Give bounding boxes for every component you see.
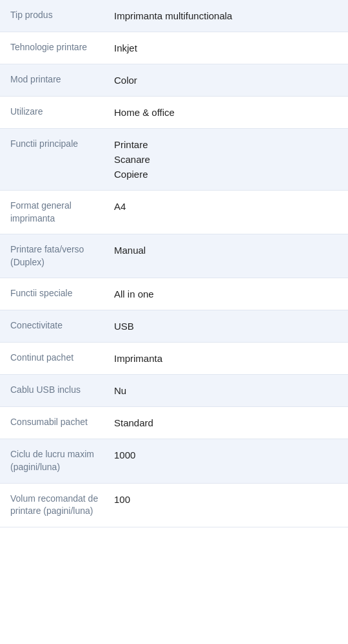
cell-label-consumabil-pachet: Consumabil pachet (0, 407, 106, 439)
cell-value-mod-printare: Color (106, 64, 348, 96)
table-row: Functii principalePrintareScanareCopiere (0, 129, 348, 191)
cell-label-functii-speciale: Functii speciale (0, 278, 106, 310)
cell-value-functii-speciale: All in one (106, 278, 348, 310)
specs-table: Tip produsImprimanta multifunctionalaTeh… (0, 0, 348, 527)
table-row: Consumabil pachetStandard (0, 407, 348, 439)
cell-label-ciclu-lucru: Ciclu de lucru maxim (pagini/luna) (0, 439, 106, 482)
cell-label-functii-principale: Functii principale (0, 129, 106, 190)
table-row: ConectivitateUSB (0, 310, 348, 343)
cell-value-ciclu-lucru: 1000 (106, 439, 348, 482)
cell-value-printare-duplex: Manual (106, 234, 348, 278)
cell-label-mod-printare: Mod printare (0, 64, 106, 96)
table-row: UtilizareHome & office (0, 97, 348, 129)
table-row: Format general imprimantaA4 (0, 191, 348, 234)
cell-value-consumabil-pachet: Standard (106, 407, 348, 439)
cell-value-functii-principale: PrintareScanareCopiere (106, 129, 348, 190)
table-row: Printare fata/verso (Duplex)Manual (0, 234, 348, 278)
cell-label-volum-recomandat: Volum recomandat de printare (pagini/lun… (0, 484, 106, 527)
cell-value-volum-recomandat: 100 (106, 484, 348, 527)
cell-label-utilizare: Utilizare (0, 97, 106, 128)
cell-value-conectivitate: USB (106, 310, 348, 342)
table-row: Cablu USB inclusNu (0, 375, 348, 407)
cell-label-printare-duplex: Printare fata/verso (Duplex) (0, 234, 106, 278)
cell-value-continut-pachet: Imprimanta (106, 343, 348, 374)
table-row: Ciclu de lucru maxim (pagini/luna)1000 (0, 439, 348, 483)
cell-label-format-general: Format general imprimanta (0, 191, 106, 234)
cell-value-format-general: A4 (106, 191, 348, 234)
cell-label-continut-pachet: Continut pachet (0, 343, 106, 374)
table-row: Continut pachetImprimanta (0, 343, 348, 375)
table-row: Tip produsImprimanta multifunctionala (0, 0, 348, 32)
table-row: Functii specialeAll in one (0, 278, 348, 310)
table-row: Mod printareColor (0, 64, 348, 97)
cell-label-tehnologie-printare: Tehnologie printare (0, 32, 106, 64)
cell-value-tip-produs: Imprimanta multifunctionala (106, 0, 348, 32)
cell-label-tip-produs: Tip produs (0, 0, 106, 32)
cell-label-cablu-usb: Cablu USB inclus (0, 375, 106, 406)
cell-value-utilizare: Home & office (106, 97, 348, 128)
cell-label-conectivitate: Conectivitate (0, 310, 106, 342)
cell-value-cablu-usb: Nu (106, 375, 348, 406)
table-row: Volum recomandat de printare (pagini/lun… (0, 484, 348, 527)
table-row: Tehnologie printareInkjet (0, 32, 348, 64)
cell-value-tehnologie-printare: Inkjet (106, 32, 348, 64)
